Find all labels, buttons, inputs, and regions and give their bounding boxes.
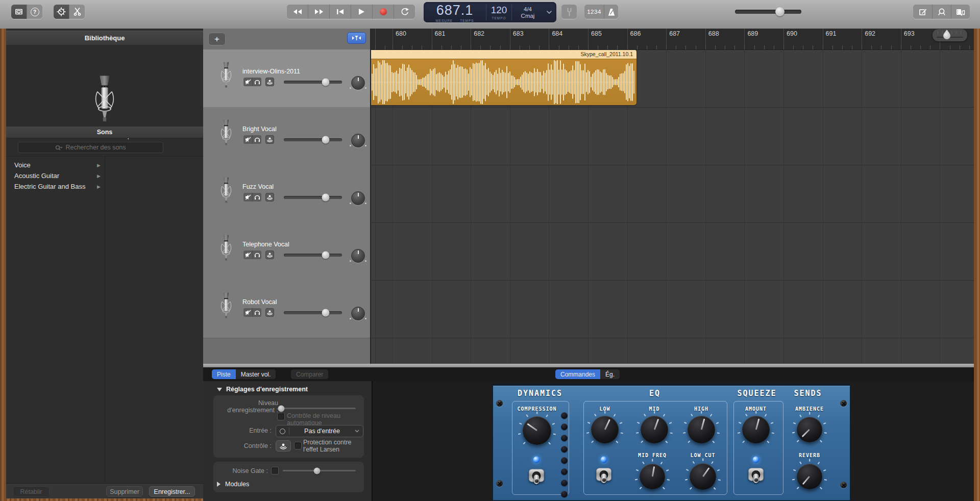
master-volume-thumb[interactable]	[775, 7, 785, 16]
lcd-display-menu[interactable]	[544, 2, 555, 22]
recording-settings-header[interactable]: Réglages d'enregistrement	[217, 386, 308, 393]
amount-knob[interactable]	[742, 416, 770, 443]
editor-button[interactable]	[69, 5, 85, 19]
search-input[interactable]: Rechercher des sons	[18, 142, 163, 153]
metronome-button[interactable]	[604, 5, 618, 19]
solo-button[interactable]	[252, 193, 261, 202]
compression-knob[interactable]	[523, 416, 551, 445]
pan-knob[interactable]	[351, 307, 365, 320]
add-track-button[interactable]: +	[208, 33, 226, 45]
audio-region[interactable]: Skype_call_2011.10.1	[370, 49, 636, 105]
track-volume-slider[interactable]	[284, 138, 342, 141]
ambience-knob[interactable]	[797, 417, 822, 442]
mid-knob[interactable]	[641, 416, 668, 443]
record-level-slider[interactable]	[281, 408, 356, 409]
media-browser-button[interactable]	[951, 5, 970, 19]
input-monitoring-button[interactable]	[276, 440, 291, 452]
reverb-knob[interactable]	[797, 464, 822, 489]
input-monitoring-button[interactable]	[265, 251, 274, 259]
track-volume-slider[interactable]	[284, 81, 342, 84]
mid-freq-knob[interactable]	[640, 464, 665, 489]
track-volume-thumb[interactable]	[322, 136, 330, 144]
pan-knob[interactable]	[351, 249, 365, 263]
timeline-ruler[interactable]: 6806816826836846856866876886896906916926…	[370, 29, 974, 50]
mute-button[interactable]	[243, 308, 252, 317]
tab-commandes[interactable]: Commandes	[555, 369, 600, 379]
pan-knob[interactable]	[351, 76, 365, 90]
zoom-slider-thumb[interactable]	[943, 32, 950, 39]
track-header-row[interactable]: Telephone Vocal	[203, 222, 370, 281]
feedback-protection-checkbox[interactable]	[294, 442, 302, 449]
mute-button[interactable]	[243, 135, 252, 144]
high-knob[interactable]	[688, 416, 715, 443]
catch-playhead-button[interactable]	[347, 32, 366, 44]
eq-power-switch[interactable]	[596, 468, 611, 481]
track-volume-slider[interactable]	[284, 311, 342, 314]
low-cut-knob[interactable]	[690, 463, 716, 490]
quick-help-button[interactable]: ?	[27, 5, 42, 19]
go-to-beginning-button[interactable]	[330, 5, 351, 19]
master-volume-slider[interactable]	[735, 10, 801, 14]
input-monitoring-button[interactable]	[265, 78, 274, 86]
low-knob[interactable]	[591, 416, 619, 443]
track-header-row[interactable]: Robot Vocal	[203, 280, 370, 338]
delete-button[interactable]: Supprimer	[106, 486, 143, 497]
modules-disclosure[interactable]: Modules	[217, 481, 249, 488]
track-volume-thumb[interactable]	[322, 252, 330, 259]
lcd-key-section: 4/4 Cmaj	[512, 2, 544, 22]
play-button[interactable]	[351, 5, 373, 19]
sound-category-acoustic-guitar[interactable]: Acoustic Guitar ▶	[6, 170, 105, 181]
record-button[interactable]	[373, 5, 394, 19]
track-volume-slider[interactable]	[284, 196, 342, 199]
solo-button[interactable]	[252, 251, 261, 259]
smart-controls-button[interactable]	[54, 5, 69, 19]
solo-button[interactable]	[252, 308, 261, 317]
pan-knob[interactable]	[351, 134, 365, 147]
rewind-button[interactable]	[287, 5, 308, 19]
mute-button[interactable]	[243, 193, 252, 202]
zoom-slider[interactable]	[933, 29, 967, 41]
audio-region-header[interactable]: Skype_call_2011.10.1	[370, 49, 636, 59]
tuner-button[interactable]	[561, 5, 577, 19]
loop-browser-button[interactable]	[933, 5, 951, 19]
track-header-row[interactable]: Bright Vocal	[203, 107, 370, 165]
sound-category-electric-guitar-bass[interactable]: Electric Guitar and Bass ▶	[6, 181, 105, 192]
count-in-button[interactable]: 1234	[584, 5, 604, 19]
forward-button[interactable]	[308, 5, 330, 19]
track-header-row[interactable]: interview-Olins-2011	[203, 49, 370, 108]
dynamics-power-switch[interactable]	[529, 469, 544, 482]
cycle-button[interactable]	[394, 5, 415, 19]
record-level-thumb[interactable]	[278, 405, 285, 412]
tab-eq[interactable]: Ég.	[600, 369, 620, 379]
save-button[interactable]: Enregistrer...	[149, 486, 195, 497]
track-volume-slider[interactable]	[284, 254, 342, 257]
sound-category-voice[interactable]: Voice ▶	[6, 160, 105, 170]
input-monitoring-button[interactable]	[265, 308, 274, 317]
noise-gate-thumb[interactable]	[314, 467, 321, 474]
auto-level-checkbox[interactable]	[277, 413, 285, 420]
audio-region-waveform-area[interactable]	[370, 59, 636, 105]
input-monitoring-button[interactable]	[265, 135, 274, 144]
squeeze-power-switch[interactable]	[748, 468, 764, 481]
noise-gate-slider[interactable]	[283, 470, 356, 471]
pan-knob[interactable]	[351, 191, 365, 205]
library-toggle-button[interactable]	[11, 5, 27, 19]
track-volume-thumb[interactable]	[322, 79, 330, 86]
solo-button[interactable]	[252, 135, 261, 144]
compare-button[interactable]: Comparer	[291, 369, 328, 379]
revert-button[interactable]: Rétablir	[13, 486, 50, 497]
tab-master-vol[interactable]: Master vol.	[236, 369, 276, 379]
input-monitoring-button[interactable]	[265, 193, 274, 202]
solo-button[interactable]	[252, 78, 261, 86]
mute-button[interactable]	[243, 78, 252, 86]
track-header-row[interactable]: Fuzz Vocal	[203, 165, 370, 223]
noise-gate-checkbox[interactable]	[271, 467, 279, 474]
track-lanes[interactable]: Skype_call_2011.10.1	[370, 49, 974, 364]
input-source-dropdown[interactable]: Pas d'entrée	[276, 425, 363, 437]
track-volume-thumb[interactable]	[322, 194, 330, 202]
tab-piste[interactable]: Piste	[212, 369, 236, 379]
mute-button[interactable]	[243, 251, 252, 259]
lcd-display[interactable]: 687.1 MESURE TEMPS 120 TEMPO 4/4 Cmaj	[424, 2, 556, 22]
note-pad-button[interactable]	[913, 5, 933, 19]
track-volume-thumb[interactable]	[322, 309, 330, 317]
